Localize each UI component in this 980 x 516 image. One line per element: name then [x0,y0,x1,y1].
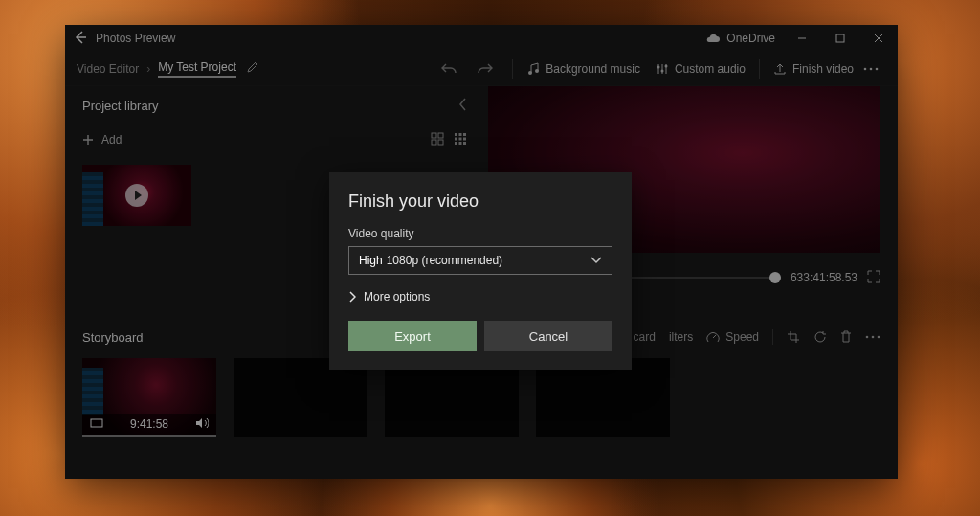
video-quality-label: Video quality [348,227,612,240]
video-quality-select[interactable]: High1080p (recommended) [348,246,612,275]
chevron-down-icon [590,254,602,267]
chevron-right-icon [348,291,356,303]
cancel-button[interactable]: Cancel [484,321,612,351]
finish-video-dialog: Finish your video Video quality High1080… [329,172,632,370]
desktop-wallpaper: Photos Preview OneDrive Video Editor › M… [0,0,980,516]
photos-video-editor-window: Photos Preview OneDrive Video Editor › M… [65,25,898,479]
more-options-label: More options [364,290,430,303]
quality-value-strong: High [359,254,383,267]
more-options-toggle[interactable]: More options [348,290,612,303]
dialog-title: Finish your video [348,191,612,212]
export-button[interactable]: Export [348,321,477,351]
cancel-label: Cancel [529,329,568,344]
export-label: Export [394,329,431,344]
quality-value-rest: 1080p (recommended) [387,254,502,267]
